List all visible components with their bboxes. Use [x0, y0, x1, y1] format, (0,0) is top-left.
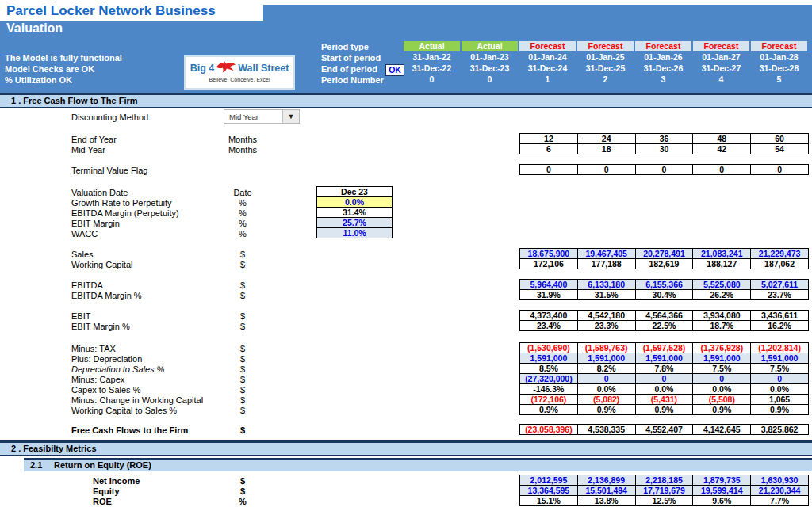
period-start-cell[interactable]: 01-Jan-28 — [751, 52, 807, 63]
cell-equity-col2[interactable]: 17,719,679 — [636, 486, 694, 495]
cell-fcff-col3[interactable]: 4,142,645 — [693, 425, 751, 434]
cell-mid_year-col1[interactable]: 18 — [578, 144, 636, 154]
cell-capex-col1[interactable]: 0 — [578, 374, 636, 383]
cell-equity-col4[interactable]: 21,230,344 — [751, 486, 808, 495]
cell-ebitda_margin-col1[interactable]: 31.5% — [578, 290, 636, 299]
cell-roe-col1[interactable]: 13.8% — [578, 496, 636, 505]
valuation-input-cell[interactable]: Dec 23 — [317, 187, 392, 197]
cell-ebitda-col2[interactable]: 6,155,366 — [636, 280, 694, 289]
cell-ebitda_margin-col2[interactable]: 30.4% — [636, 290, 694, 299]
cell-capex_to_sales-col3[interactable]: 0.0% — [693, 384, 751, 394]
period-start-cell[interactable]: 31-Jan-22 — [404, 52, 460, 63]
cell-working_capital-col1[interactable]: 177,188 — [578, 259, 636, 269]
cell-ebit-col4[interactable]: 3,436,611 — [751, 311, 808, 320]
period-start-cell[interactable]: 01-Jan-25 — [577, 52, 634, 63]
cell-wc_to_sales-col0[interactable]: 0.9% — [520, 405, 578, 414]
period-number-cell[interactable]: 0 — [462, 74, 518, 85]
period-end-cell[interactable]: 31-Dec-22 — [404, 63, 460, 74]
period-end-cell[interactable]: 31-Dec-24 — [519, 63, 576, 74]
period-start-cell[interactable]: 01-Jan-26 — [635, 52, 691, 63]
cell-ebit_margin-col1[interactable]: 23.3% — [578, 321, 636, 330]
cell-wc_to_sales-col3[interactable]: 0.9% — [693, 405, 751, 414]
cell-capex-col3[interactable]: 0 — [693, 374, 751, 383]
cell-ebitda-col3[interactable]: 5,525,080 — [693, 280, 751, 289]
period-end-cell[interactable]: 31-Dec-27 — [693, 63, 749, 74]
cell-tax-col0[interactable]: (1,530,690) — [520, 343, 578, 353]
period-type-cell[interactable]: Forecast — [751, 41, 807, 51]
cell-change_wc-col2[interactable]: (5,431) — [636, 395, 694, 404]
period-type-cell[interactable]: Actual — [462, 41, 518, 51]
cell-tax-col1[interactable]: (1,589,763) — [578, 343, 636, 353]
cell-ebit-col1[interactable]: 4,542,180 — [578, 311, 636, 320]
period-number-cell[interactable]: 5 — [751, 74, 807, 85]
valuation-input-cell[interactable]: 11.0% — [317, 228, 392, 238]
cell-change_wc-col0[interactable]: (172,106) — [520, 395, 578, 404]
cell-net_income-col2[interactable]: 2,218,185 — [636, 475, 694, 485]
cell-end_of_year-col4[interactable]: 60 — [751, 134, 808, 143]
period-type-cell[interactable]: Forecast — [693, 41, 749, 51]
cell-depreciation-col4[interactable]: 1,591,000 — [751, 353, 808, 363]
cell-dep_to_sales-col1[interactable]: 8.2% — [578, 364, 636, 373]
cell-ebit_margin-col3[interactable]: 18.7% — [693, 321, 751, 330]
cell-ebit-col3[interactable]: 3,934,080 — [693, 311, 751, 320]
cell-change_wc-col4[interactable]: 1,065 — [751, 395, 808, 404]
cell-capex-col0[interactable]: (27,320,000) — [520, 374, 578, 383]
valuation-input-cell[interactable]: 31.4% — [317, 208, 392, 218]
cell-depreciation-col2[interactable]: 1,591,000 — [636, 353, 694, 363]
cell-capex_to_sales-col1[interactable]: 0.0% — [578, 384, 636, 394]
cell-depreciation-col3[interactable]: 1,591,000 — [693, 353, 751, 363]
period-number-cell[interactable]: 1 — [519, 74, 576, 85]
cell-working_capital-col2[interactable]: 182,619 — [636, 259, 694, 269]
cell-end_of_year-col0[interactable]: 12 — [520, 134, 578, 143]
cell-end_of_year-col3[interactable]: 48 — [693, 134, 751, 143]
discounting-method-dropdown[interactable]: Mid Year ▼ — [224, 109, 300, 124]
cell-sales-col2[interactable]: 20,278,491 — [636, 249, 694, 258]
cell-capex_to_sales-col2[interactable]: 0.0% — [636, 384, 694, 394]
cell-ebitda-col0[interactable]: 5,964,400 — [520, 280, 578, 289]
period-end-cell[interactable]: 31-Dec-28 — [751, 63, 807, 74]
cell-depreciation-col1[interactable]: 1,591,000 — [578, 353, 636, 363]
period-number-cell[interactable]: 2 — [577, 74, 634, 85]
cell-mid_year-col2[interactable]: 30 — [636, 144, 694, 154]
cell-net_income-col0[interactable]: 2,012,595 — [520, 475, 578, 485]
period-number-cell[interactable]: 0 — [404, 74, 460, 85]
cell-mid_year-col3[interactable]: 42 — [693, 144, 751, 154]
cell-sales-col0[interactable]: 18,675,900 — [520, 249, 578, 258]
cell-ebitda-col1[interactable]: 6,133,180 — [578, 280, 636, 289]
cell-roe-col4[interactable]: 7.7% — [751, 496, 808, 505]
cell-terminal_flag-col3[interactable]: 0 — [693, 165, 751, 174]
cell-working_capital-col0[interactable]: 172,106 — [520, 259, 578, 269]
period-end-cell[interactable]: 31-Dec-25 — [577, 63, 634, 74]
cell-change_wc-col1[interactable]: (5,082) — [578, 395, 636, 404]
cell-fcff-col1[interactable]: 4,538,335 — [578, 425, 636, 434]
cell-dep_to_sales-col4[interactable]: 7.5% — [751, 364, 808, 373]
cell-roe-col2[interactable]: 12.5% — [636, 496, 694, 505]
cell-capex-col2[interactable]: 0 — [636, 374, 694, 383]
period-type-cell[interactable]: Forecast — [635, 41, 691, 51]
period-end-cell[interactable]: 31-Dec-26 — [635, 63, 691, 74]
cell-tax-col4[interactable]: (1,202,814) — [751, 343, 808, 353]
cell-terminal_flag-col4[interactable]: 0 — [751, 165, 808, 174]
cell-ebit-col2[interactable]: 4,564,366 — [636, 311, 694, 320]
cell-dep_to_sales-col2[interactable]: 7.8% — [636, 364, 694, 373]
cell-sales-col3[interactable]: 21,083,241 — [693, 249, 751, 258]
cell-sales-col4[interactable]: 21,229,473 — [751, 249, 808, 258]
cell-roe-col0[interactable]: 15.1% — [520, 496, 578, 505]
cell-end_of_year-col2[interactable]: 36 — [636, 134, 694, 143]
cell-ebitda_margin-col4[interactable]: 23.7% — [751, 290, 808, 299]
period-number-cell[interactable]: 3 — [635, 74, 691, 85]
cell-capex_to_sales-col0[interactable]: -146.3% — [520, 384, 578, 394]
cell-working_capital-col4[interactable]: 187,062 — [751, 259, 808, 269]
cell-dep_to_sales-col3[interactable]: 7.5% — [693, 364, 751, 373]
cell-working_capital-col3[interactable]: 188,127 — [693, 259, 751, 269]
period-start-cell[interactable]: 01-Jan-23 — [462, 52, 518, 63]
period-type-cell[interactable]: Forecast — [519, 41, 576, 51]
cell-terminal_flag-col1[interactable]: 0 — [578, 165, 636, 174]
period-number-cell[interactable]: 4 — [693, 74, 749, 85]
cell-net_income-col4[interactable]: 1,630,930 — [751, 475, 808, 485]
cell-net_income-col3[interactable]: 1,879,735 — [693, 475, 751, 485]
cell-mid_year-col0[interactable]: 6 — [520, 144, 578, 154]
cell-fcff-col0[interactable]: (23,058,396) — [520, 425, 578, 434]
cell-fcff-col2[interactable]: 4,552,407 — [636, 425, 694, 434]
cell-capex-col4[interactable]: 0 — [751, 374, 808, 383]
